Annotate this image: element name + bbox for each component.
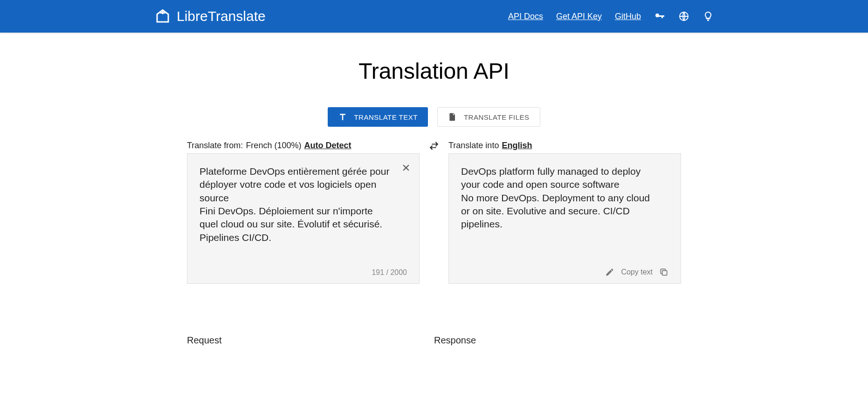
copy-text-label: Copy text [621,268,653,276]
source-textarea[interactable]: Plateforme DevOps entièrement gérée pour… [200,165,407,264]
copy-button[interactable] [659,267,668,277]
nav-links: API Docs Get API Key GitHub [508,11,714,22]
globe-icon[interactable] [678,11,689,22]
svg-rect-1 [451,116,455,117]
auto-detect-link[interactable]: Auto Detect [304,141,351,151]
brand[interactable]: LibreTranslate [154,8,266,25]
tabs: TRANSLATE TEXT TRANSLATE FILES [187,107,681,127]
source-detected: French (100%) [246,141,301,151]
response-heading: Response [434,335,681,346]
text-icon [338,112,347,122]
pencil-icon [605,267,614,277]
target-output: DevOps platform fully managed to deploy … [461,165,668,263]
svg-rect-2 [451,118,455,119]
source-lang-header: Translate from: French (100%) Auto Detec… [187,141,420,151]
file-icon [448,112,457,122]
close-icon [401,163,411,172]
page-title: Translation API [187,58,681,84]
clear-source-button[interactable] [401,163,411,174]
nav-link-get-api-key[interactable]: Get API Key [556,12,602,21]
tab-translate-files[interactable]: TRANSLATE FILES [437,107,540,127]
source-label-prefix: Translate from: [187,141,243,151]
navbar: LibreTranslate API Docs Get API Key GitH… [0,0,868,33]
target-lang-header: Translate into English [448,141,681,151]
edit-button[interactable] [605,267,614,277]
char-count: 191 / 2000 [200,268,407,277]
source-textbox: Plateforme DevOps entièrement gérée pour… [187,153,420,284]
tab-translate-text[interactable]: TRANSLATE TEXT [328,107,427,127]
svg-rect-3 [662,271,667,275]
swap-languages-button[interactable] [429,141,439,153]
nav-link-api-docs[interactable]: API Docs [508,12,543,21]
brand-text: LibreTranslate [177,8,266,24]
copy-icon [659,267,668,277]
key-icon[interactable] [654,11,665,22]
target-textbox: DevOps platform fully managed to deploy … [448,153,681,284]
tab-text-label: TRANSLATE TEXT [354,113,417,121]
tab-files-label: TRANSLATE FILES [464,113,530,121]
target-language-link[interactable]: English [502,141,532,151]
lightbulb-icon[interactable] [703,11,714,22]
logo-icon [154,8,171,25]
swap-icon [429,141,439,151]
request-heading: Request [187,335,434,346]
target-label-prefix: Translate into [448,141,499,151]
nav-link-github[interactable]: GitHub [615,12,641,21]
